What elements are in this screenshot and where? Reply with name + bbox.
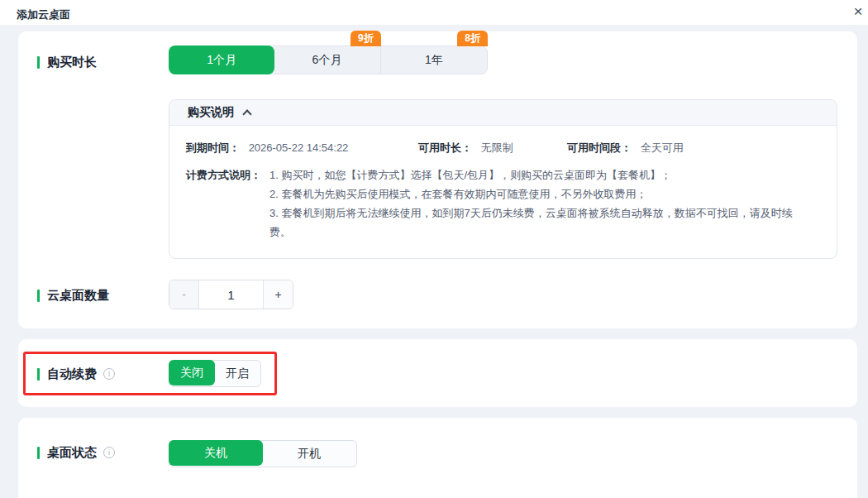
auto-renew-off-button[interactable]: 关闭 <box>169 360 215 385</box>
available-period: 可用时间段： 全天可用 <box>567 141 684 156</box>
stepper-increase-button[interactable]: + <box>263 280 293 309</box>
accent-bar <box>37 447 40 459</box>
dialog-body: 购买时长 1个月 6个月 9折 1年 8折 购买说明 <box>0 25 868 498</box>
dialog-titlebar: 添加云桌面 × <box>0 0 868 25</box>
tab-duration-1month[interactable]: 1个月 <box>169 45 274 74</box>
accent-bar <box>37 368 40 381</box>
billing-description: 计费方式说明： 1. 购买时，如您【计费方式】选择【包天/包月】，则购买的云桌面… <box>186 165 820 242</box>
auto-renew-on-button[interactable]: 开启 <box>214 361 260 386</box>
accent-bar <box>37 56 40 69</box>
desktop-state-off-button[interactable]: 关机 <box>169 440 263 466</box>
desktop-state-on-button[interactable]: 开机 <box>262 441 356 467</box>
stepper-decrease-button[interactable]: - <box>169 280 199 309</box>
desktop-state-label: 桌面状态 i <box>37 444 115 461</box>
desktop-state-card: 桌面状态 i 关机 开机 <box>18 418 857 498</box>
duration-tab-group: 1个月 6个月 9折 1年 8折 <box>169 45 488 74</box>
accent-bar <box>37 290 40 302</box>
stepper-value-input[interactable]: 1 <box>199 280 263 309</box>
billing-item: 1. 购买时，如您【计费方式】选择【包天/包月】，则购买的云桌面即为【套餐机】； <box>269 165 805 184</box>
tab-duration-6months[interactable]: 6个月 9折 <box>274 46 380 74</box>
auto-renew-label: 自动续费 i <box>37 366 115 382</box>
purchase-section-card: 购买时长 1个月 6个月 9折 1年 8折 购买说明 <box>18 31 857 328</box>
purchase-notes-header[interactable]: 购买说明 <box>169 100 837 126</box>
discount-badge-1year: 8折 <box>457 31 488 46</box>
desktop-state-toggle: 关机 开机 <box>169 440 357 467</box>
purchase-notes-body: 到期时间： 2026-05-22 14:54:22 可用时长： 无限制 可用时间… <box>169 126 837 258</box>
dialog-title: 添加云桌面 <box>17 7 70 22</box>
chevron-up-icon <box>242 109 251 118</box>
info-icon[interactable]: i <box>103 368 115 380</box>
desktop-count-stepper: - 1 + <box>169 280 293 309</box>
tab-duration-1year[interactable]: 1年 8折 <box>381 46 487 74</box>
billing-item: 2. 套餐机为先购买后使用模式，在套餐有效期内可随意使用，不另外收取费用； <box>269 184 805 204</box>
auto-renew-card: 自动续费 i 关闭 开启 <box>18 339 857 407</box>
purchase-duration-label: 购买时长 <box>37 54 97 70</box>
purchase-notes-panel: 购买说明 到期时间： 2026-05-22 14:54:22 可用时长： 无限制… <box>169 99 837 259</box>
expire-time: 到期时间： 2026-05-22 14:54:22 <box>186 141 348 156</box>
billing-item: 3. 套餐机到期后将无法继续使用，如到期7天后仍未续费，云桌面将被系统自动释放，… <box>269 204 805 242</box>
close-icon[interactable]: × <box>849 2 867 21</box>
billing-item-list: 1. 购买时，如您【计费方式】选择【包天/包月】，则购买的云桌面即为【套餐机】；… <box>269 165 805 242</box>
desktop-count-label: 云桌面数量 <box>37 287 109 304</box>
auto-renew-toggle: 关闭 开启 <box>169 360 261 387</box>
available-duration: 可用时长： 无限制 <box>418 141 513 156</box>
info-icon[interactable]: i <box>103 447 115 458</box>
discount-badge-6months: 9折 <box>351 31 381 46</box>
notes-detail-row: 到期时间： 2026-05-22 14:54:22 可用时长： 无限制 可用时间… <box>186 140 820 156</box>
